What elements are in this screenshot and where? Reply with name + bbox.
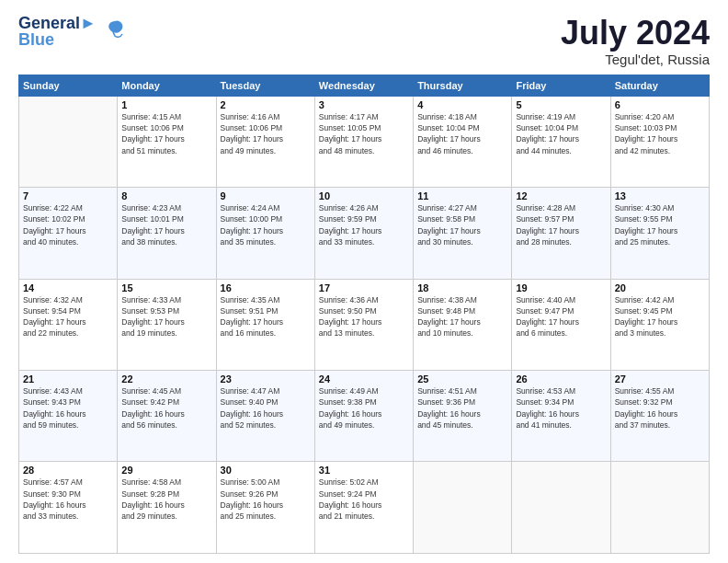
day-info: Sunrise: 4:28 AM Sunset: 9:57 PM Dayligh…	[516, 202, 606, 247]
day-number: 9	[221, 190, 311, 201]
day-number: 29	[121, 465, 211, 476]
logo-bird-icon	[102, 17, 128, 43]
day-number: 7	[23, 190, 113, 201]
day-number: 14	[23, 282, 113, 293]
table-row: 10Sunrise: 4:26 AM Sunset: 9:59 PM Dayli…	[314, 188, 413, 279]
table-row: 30Sunrise: 5:00 AM Sunset: 9:26 PM Dayli…	[216, 462, 314, 554]
day-info: Sunrise: 4:16 AM Sunset: 10:06 PM Daylig…	[221, 111, 311, 156]
day-number: 26	[516, 373, 606, 385]
day-info: Sunrise: 4:53 AM Sunset: 9:34 PM Dayligh…	[516, 385, 606, 431]
table-row: 25Sunrise: 4:51 AM Sunset: 9:36 PM Dayli…	[414, 371, 512, 462]
calendar-week-row: 28Sunrise: 4:57 AM Sunset: 9:30 PM Dayli…	[19, 462, 710, 554]
day-number: 8	[121, 190, 211, 201]
month-year: July 2024	[561, 15, 710, 52]
day-info: Sunrise: 4:20 AM Sunset: 10:03 PM Daylig…	[615, 111, 705, 156]
table-row: 22Sunrise: 4:45 AM Sunset: 9:42 PM Dayli…	[118, 371, 216, 462]
day-number: 5	[516, 99, 606, 110]
day-number: 24	[319, 373, 409, 385]
calendar-week-row: 1Sunrise: 4:15 AM Sunset: 10:06 PM Dayli…	[19, 96, 710, 187]
table-row: 20Sunrise: 4:42 AM Sunset: 9:45 PM Dayli…	[610, 279, 709, 370]
table-row: 6Sunrise: 4:20 AM Sunset: 10:03 PM Dayli…	[610, 96, 709, 187]
day-info: Sunrise: 4:45 AM Sunset: 9:42 PM Dayligh…	[121, 385, 211, 431]
table-row: 19Sunrise: 4:40 AM Sunset: 9:47 PM Dayli…	[512, 279, 610, 370]
day-info: Sunrise: 4:30 AM Sunset: 9:55 PM Dayligh…	[615, 202, 705, 247]
day-info: Sunrise: 4:40 AM Sunset: 9:47 PM Dayligh…	[516, 294, 606, 339]
table-row: 1Sunrise: 4:15 AM Sunset: 10:06 PM Dayli…	[118, 96, 216, 187]
day-number: 3	[319, 99, 409, 110]
day-info: Sunrise: 4:47 AM Sunset: 9:40 PM Dayligh…	[221, 385, 311, 431]
logo-subtext: Blue	[18, 31, 54, 50]
day-number: 21	[23, 373, 113, 385]
page: General► Blue July 2024 Tegul'det, Russi…	[0, 0, 728, 563]
table-row	[414, 462, 512, 554]
day-number: 12	[516, 190, 606, 201]
day-number: 17	[319, 282, 409, 293]
day-number: 13	[615, 190, 705, 201]
table-row: 5Sunrise: 4:19 AM Sunset: 10:04 PM Dayli…	[512, 96, 610, 187]
day-info: Sunrise: 4:24 AM Sunset: 10:00 PM Daylig…	[221, 202, 311, 247]
table-row: 16Sunrise: 4:35 AM Sunset: 9:51 PM Dayli…	[216, 279, 314, 370]
day-info: Sunrise: 4:19 AM Sunset: 10:04 PM Daylig…	[516, 111, 606, 156]
table-row: 21Sunrise: 4:43 AM Sunset: 9:43 PM Dayli…	[19, 371, 118, 462]
calendar-week-row: 7Sunrise: 4:22 AM Sunset: 10:02 PM Dayli…	[19, 188, 710, 279]
table-row: 12Sunrise: 4:28 AM Sunset: 9:57 PM Dayli…	[512, 188, 610, 279]
day-info: Sunrise: 4:22 AM Sunset: 10:02 PM Daylig…	[23, 202, 113, 247]
day-number: 4	[417, 99, 507, 110]
table-row: 28Sunrise: 4:57 AM Sunset: 9:30 PM Dayli…	[19, 462, 118, 554]
day-number: 6	[615, 99, 705, 110]
table-row: 13Sunrise: 4:30 AM Sunset: 9:55 PM Dayli…	[610, 188, 709, 279]
table-row: 24Sunrise: 4:49 AM Sunset: 9:38 PM Dayli…	[314, 371, 413, 462]
table-row: 7Sunrise: 4:22 AM Sunset: 10:02 PM Dayli…	[19, 188, 118, 279]
table-row: 31Sunrise: 5:02 AM Sunset: 9:24 PM Dayli…	[314, 462, 413, 554]
table-row	[512, 462, 610, 554]
table-row: 15Sunrise: 4:33 AM Sunset: 9:53 PM Dayli…	[118, 279, 216, 370]
day-number: 30	[221, 465, 311, 476]
table-row: 4Sunrise: 4:18 AM Sunset: 10:04 PM Dayli…	[414, 96, 512, 187]
day-info: Sunrise: 4:17 AM Sunset: 10:05 PM Daylig…	[319, 111, 409, 156]
table-row: 9Sunrise: 4:24 AM Sunset: 10:00 PM Dayli…	[216, 188, 314, 279]
day-info: Sunrise: 4:33 AM Sunset: 9:53 PM Dayligh…	[121, 294, 211, 339]
day-info: Sunrise: 4:51 AM Sunset: 9:36 PM Dayligh…	[417, 385, 507, 431]
col-friday: Friday	[512, 75, 610, 96]
day-number: 31	[319, 465, 409, 476]
table-row	[19, 96, 118, 187]
calendar-week-row: 21Sunrise: 4:43 AM Sunset: 9:43 PM Dayli…	[19, 371, 710, 462]
col-sunday: Sunday	[19, 75, 118, 96]
table-row: 3Sunrise: 4:17 AM Sunset: 10:05 PM Dayli…	[314, 96, 413, 187]
day-number: 23	[221, 373, 311, 385]
day-number: 10	[319, 190, 409, 201]
day-number: 1	[121, 99, 211, 110]
calendar-table: Sunday Monday Tuesday Wednesday Thursday…	[18, 75, 710, 554]
table-row: 29Sunrise: 4:58 AM Sunset: 9:28 PM Dayli…	[118, 462, 216, 554]
table-row: 26Sunrise: 4:53 AM Sunset: 9:34 PM Dayli…	[512, 371, 610, 462]
header: General► Blue July 2024 Tegul'det, Russi…	[18, 15, 710, 67]
day-number: 15	[121, 282, 211, 293]
day-info: Sunrise: 4:57 AM Sunset: 9:30 PM Dayligh…	[23, 477, 113, 522]
day-number: 28	[23, 465, 113, 476]
calendar-header-row: Sunday Monday Tuesday Wednesday Thursday…	[19, 75, 710, 96]
col-tuesday: Tuesday	[216, 75, 314, 96]
day-info: Sunrise: 4:26 AM Sunset: 9:59 PM Dayligh…	[319, 202, 409, 247]
day-info: Sunrise: 5:00 AM Sunset: 9:26 PM Dayligh…	[221, 477, 311, 522]
day-number: 2	[221, 99, 311, 110]
table-row: 23Sunrise: 4:47 AM Sunset: 9:40 PM Dayli…	[216, 371, 314, 462]
table-row	[610, 462, 709, 554]
day-info: Sunrise: 4:43 AM Sunset: 9:43 PM Dayligh…	[23, 385, 113, 431]
day-info: Sunrise: 4:15 AM Sunset: 10:06 PM Daylig…	[121, 111, 211, 156]
col-saturday: Saturday	[610, 75, 709, 96]
location: Tegul'det, Russia	[561, 52, 710, 67]
logo: General► Blue	[18, 15, 128, 50]
day-number: 19	[516, 282, 606, 293]
table-row: 8Sunrise: 4:23 AM Sunset: 10:01 PM Dayli…	[118, 188, 216, 279]
col-monday: Monday	[118, 75, 216, 96]
day-info: Sunrise: 4:36 AM Sunset: 9:50 PM Dayligh…	[319, 294, 409, 339]
day-info: Sunrise: 5:02 AM Sunset: 9:24 PM Dayligh…	[319, 477, 409, 522]
table-row: 17Sunrise: 4:36 AM Sunset: 9:50 PM Dayli…	[314, 279, 413, 370]
col-thursday: Thursday	[414, 75, 512, 96]
day-info: Sunrise: 4:49 AM Sunset: 9:38 PM Dayligh…	[319, 385, 409, 431]
table-row: 27Sunrise: 4:55 AM Sunset: 9:32 PM Dayli…	[610, 371, 709, 462]
day-info: Sunrise: 4:27 AM Sunset: 9:58 PM Dayligh…	[417, 202, 507, 247]
day-info: Sunrise: 4:38 AM Sunset: 9:48 PM Dayligh…	[417, 294, 507, 339]
day-info: Sunrise: 4:58 AM Sunset: 9:28 PM Dayligh…	[121, 477, 211, 522]
day-info: Sunrise: 4:18 AM Sunset: 10:04 PM Daylig…	[417, 111, 507, 156]
